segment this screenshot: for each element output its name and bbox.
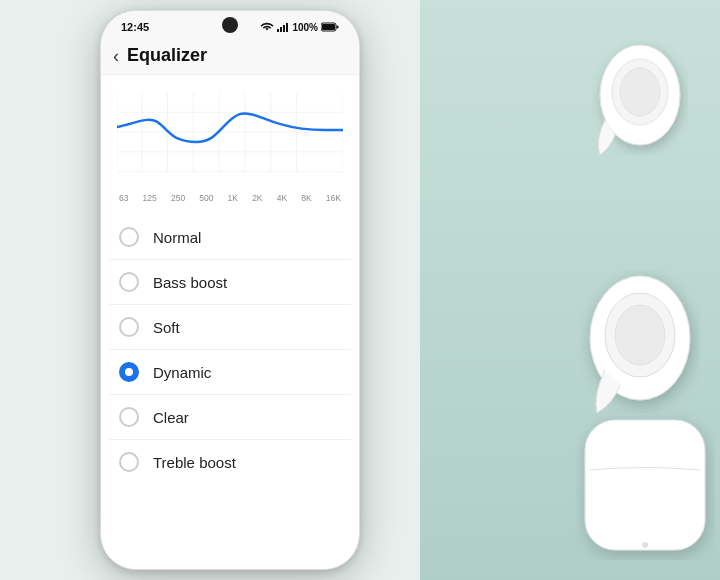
page-title: Equalizer: [127, 45, 207, 66]
wifi-icon: [260, 22, 274, 32]
label-dynamic: Dynamic: [153, 364, 211, 381]
earbud-case: [575, 400, 715, 560]
battery-label: 100%: [292, 22, 318, 33]
svg-rect-6: [322, 24, 335, 30]
svg-point-22: [620, 68, 660, 116]
radio-bass-boost[interactable]: [119, 272, 139, 292]
label-clear: Clear: [153, 409, 189, 426]
status-icons: 100%: [260, 22, 339, 33]
svg-point-25: [615, 305, 665, 365]
option-clear[interactable]: Clear: [109, 395, 351, 440]
svg-rect-26: [585, 420, 705, 550]
notch: [222, 17, 238, 33]
svg-rect-0: [277, 29, 279, 32]
option-normal[interactable]: Normal: [109, 215, 351, 260]
label-treble-boost: Treble boost: [153, 454, 236, 471]
radio-treble-boost[interactable]: [119, 452, 139, 472]
option-soft[interactable]: Soft: [109, 305, 351, 350]
radio-clear[interactable]: [119, 407, 139, 427]
time-display: 12:45: [121, 21, 149, 33]
svg-point-27: [642, 542, 648, 548]
svg-rect-2: [283, 25, 285, 32]
svg-rect-5: [337, 26, 339, 29]
eq-options-list: Normal Bass boost Soft Dynamic Clear Tre: [101, 215, 359, 484]
label-soft: Soft: [153, 319, 180, 336]
svg-rect-1: [280, 27, 282, 32]
app-header: ‹ Equalizer: [101, 37, 359, 75]
radio-dynamic[interactable]: [119, 362, 139, 382]
label-bass-boost: Bass boost: [153, 274, 227, 291]
radio-normal[interactable]: [119, 227, 139, 247]
earbud-right: [580, 40, 690, 160]
back-button[interactable]: ‹: [113, 47, 119, 65]
status-bar: 12:45 100%: [101, 11, 359, 37]
chart-frequency-labels: 63 125 250 500 1K 2K 4K 8K 16K: [117, 191, 343, 211]
signal-icon: [277, 22, 289, 32]
svg-rect-3: [286, 23, 288, 32]
option-treble-boost[interactable]: Treble boost: [109, 440, 351, 484]
label-normal: Normal: [153, 229, 201, 246]
option-bass-boost[interactable]: Bass boost: [109, 260, 351, 305]
radio-soft[interactable]: [119, 317, 139, 337]
phone-screen: 12:45 100%: [101, 11, 359, 569]
eq-chart-container: 63 125 250 500 1K 2K 4K 8K 16K: [101, 75, 359, 215]
earbud-left: [575, 270, 705, 420]
battery-icon: [321, 22, 339, 32]
option-dynamic[interactable]: Dynamic: [109, 350, 351, 395]
eq-chart: [117, 87, 343, 187]
phone-mockup: 12:45 100%: [100, 10, 360, 570]
